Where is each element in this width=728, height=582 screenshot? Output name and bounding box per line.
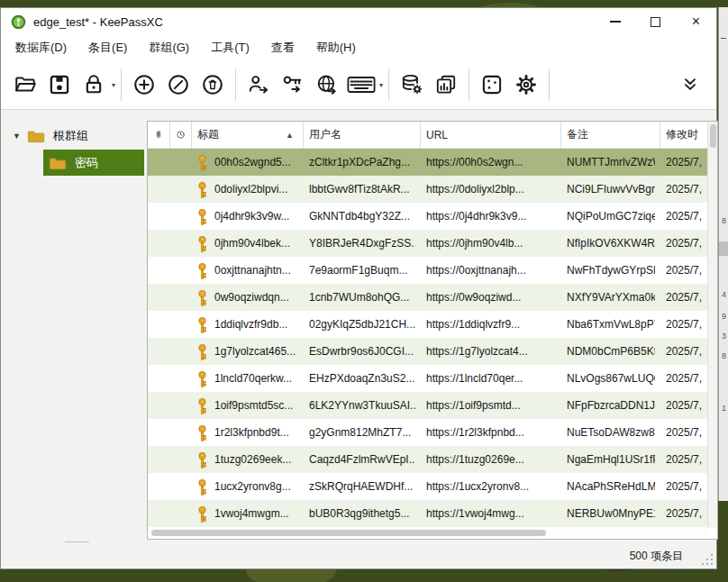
minimize-button[interactable] <box>595 8 635 35</box>
menu-item-entries[interactable]: 条目(E) <box>77 36 138 59</box>
entry-row[interactable]: 1tuzg0269eek...Caqzd4FzlmRwVEpI...https:… <box>148 446 709 473</box>
paperclip-icon <box>153 128 164 141</box>
menu-item-database[interactable]: 数据库(D) <box>5 36 77 59</box>
cell-text: https://0jhm90v4lb... <box>426 237 523 250</box>
toolbar-separator <box>549 68 550 101</box>
username-cell: 7e9aormF1gBuqm... <box>304 257 421 284</box>
copy-username-button[interactable] <box>241 67 276 103</box>
cell-text: 2025/7, <box>666 156 702 168</box>
modified-cell: 2025/7, <box>660 419 709 446</box>
menu-item-tools[interactable]: 工具(T) <box>200 36 260 59</box>
column-header-title[interactable]: 标题▲ <box>192 122 304 148</box>
settings-button[interactable] <box>509 67 543 103</box>
cell-text: 0j4dhr9k3v9w... <box>214 210 289 223</box>
dropdown-arrow-icon[interactable]: ▾ <box>379 81 383 89</box>
delete-entry-button[interactable] <box>196 67 230 103</box>
horizontal-scrollbar[interactable] <box>148 528 707 539</box>
vertical-scrollbar-thumb[interactable] <box>710 124 716 148</box>
entry-row[interactable]: 0jhm90v4lbek...Y8IBRJeR4DxgFzSS...https:… <box>148 230 709 257</box>
toolbar-separator <box>388 68 389 101</box>
database-settings-button[interactable] <box>395 67 429 103</box>
cell-text: 2025/7, <box>666 426 702 439</box>
entry-row[interactable]: 0j4dhr9k3v9w...GkNNTdb4bgY32Z...https://… <box>148 203 709 230</box>
column-header-modified[interactable]: 修改时 <box>660 122 709 148</box>
modified-cell: 2025/7, <box>660 338 709 365</box>
notes-cell: NfIpIkOV6XKW4Rn... <box>561 230 660 257</box>
cell-text: 2025/7, <box>666 372 702 385</box>
entry-row[interactable]: 1ucx2yronv8g...zSkRQrqHAEWDHf...https://… <box>148 473 709 500</box>
cell-text: 1vwoj4mwgm... <box>214 507 289 520</box>
close-button[interactable]: × <box>676 8 716 35</box>
vertical-scrollbar[interactable] <box>707 122 717 528</box>
key-icon <box>195 262 210 279</box>
key-icon <box>195 289 210 306</box>
resize-grip[interactable] <box>700 552 713 565</box>
dice-icon <box>480 73 504 96</box>
cell-text: https://0doliyxl2blp... <box>426 183 524 196</box>
url-cell: https://1ucx2yronv8... <box>421 473 561 500</box>
column-header-attachment[interactable] <box>148 122 170 148</box>
open-database-button[interactable] <box>8 67 42 103</box>
key-arrow-icon <box>281 73 305 96</box>
column-header-notes[interactable]: 备注 <box>561 122 660 148</box>
cell-text: g2yGnm812MhZT7... <box>309 426 411 439</box>
modified-cell: 2025/7, <box>660 311 709 338</box>
group-root[interactable]: ▼ 根群组 <box>2 123 147 148</box>
expiry-cell <box>170 230 192 257</box>
cell-text: https://1vwoj4mwg... <box>426 507 524 520</box>
cell-text: 1g7lyolzcat465... <box>214 345 296 358</box>
copy-password-button[interactable] <box>276 67 310 103</box>
lock-database-button[interactable] <box>77 67 111 103</box>
entry-row[interactable]: 1vwoj4mwgm...bUB0R3qg9ithetg5...https://… <box>148 500 709 527</box>
edit-entry-button[interactable] <box>161 67 196 103</box>
toolbar-expand-button[interactable] <box>675 68 705 104</box>
entry-row[interactable]: 0oxjttnanajhtn...7e9aormF1gBuqm...https:… <box>148 257 709 284</box>
cell-text: NDM0bCmP6B5Kt... <box>567 345 655 358</box>
username-cell: bUB0R3qg9ithetg5... <box>304 500 421 527</box>
attachment-cell <box>148 311 170 338</box>
maximize-button[interactable] <box>635 8 676 35</box>
entry-row[interactable]: 1ddiqlvzfr9db...02gyKIqZ5dbJ21CH...https… <box>148 311 709 338</box>
username-cell: zSkRQrqHAEWDHf... <box>304 473 421 500</box>
entry-row[interactable]: 1r2l3kfpnbd9t...g2yGnm812MhZT7...https:/… <box>148 419 709 446</box>
entry-row[interactable]: 0doliyxl2blpvi...lbbtGwv8fTiz8tAkR...htt… <box>148 176 709 203</box>
entry-row[interactable]: 0w9oqziwdqn...1cnb7WUm8ohQG...https://0w… <box>148 284 709 311</box>
cell-text: NCi9LFIuwvVvBgrV... <box>567 183 655 196</box>
notes-cell: NgaEmHql1USr1fP... <box>561 446 660 473</box>
cell-text: 02gyKIqZ5dbJ21CH... <box>309 318 415 331</box>
column-header-expiry[interactable] <box>170 122 192 148</box>
autotype-button[interactable] <box>344 67 378 103</box>
edit-circle-icon <box>167 73 190 96</box>
key-icon <box>195 208 210 225</box>
cell-text: EsDwrbr9os6J0CGI... <box>309 345 414 358</box>
dropdown-arrow-icon[interactable]: ▾ <box>112 81 115 89</box>
entry-row[interactable]: 1oif9psmtd5sc...6LK2YYnw3TkuuSAI...https… <box>148 392 709 419</box>
modified-cell: 2025/7, <box>660 365 709 392</box>
save-database-button[interactable] <box>42 67 77 103</box>
cell-text: NERBUw0MnyPE1q... <box>567 507 655 520</box>
attachment-cell <box>148 203 170 230</box>
group-passwords[interactable]: 密码 <box>43 150 144 176</box>
entry-row[interactable]: 1g7lyolzcat465...EsDwrbr9os6J0CGI...http… <box>148 338 709 365</box>
horizontal-scrollbar-thumb[interactable] <box>151 530 546 536</box>
menu-item-view[interactable]: 查看 <box>260 36 305 59</box>
password-generator-button[interactable] <box>475 67 509 103</box>
splitter-handle[interactable] <box>65 541 89 542</box>
database-gear-icon <box>400 73 423 96</box>
title-bar[interactable]: edge_test* - KeePassXC × <box>1 8 716 35</box>
expiry-cell <box>170 392 192 419</box>
entry-row[interactable]: 1lncld70qerkw...EHzPXdoaqZn3uS2...https:… <box>148 365 709 392</box>
copy-url-button[interactable] <box>310 67 344 103</box>
notes-cell: NDM0bCmP6B5Kt... <box>561 338 660 365</box>
reports-button[interactable] <box>429 67 463 103</box>
menu-item-groups[interactable]: 群组(G) <box>138 36 200 59</box>
cell-text: GkNNTdb4bgY32Z... <box>309 210 410 223</box>
save-icon <box>48 73 71 96</box>
entry-row[interactable]: 00h0s2wgnd5...zCltkr1pXDcPaZhg...https:/… <box>148 149 709 176</box>
column-header-username[interactable]: 用户名 <box>304 122 421 148</box>
add-entry-button[interactable] <box>127 67 161 103</box>
cell-text: 0w9oqziwdqn... <box>214 291 289 304</box>
expand-caret-icon[interactable]: ▼ <box>13 132 27 141</box>
menu-item-help[interactable]: 帮助(H) <box>305 36 367 59</box>
column-header-url[interactable]: URL <box>421 122 561 148</box>
